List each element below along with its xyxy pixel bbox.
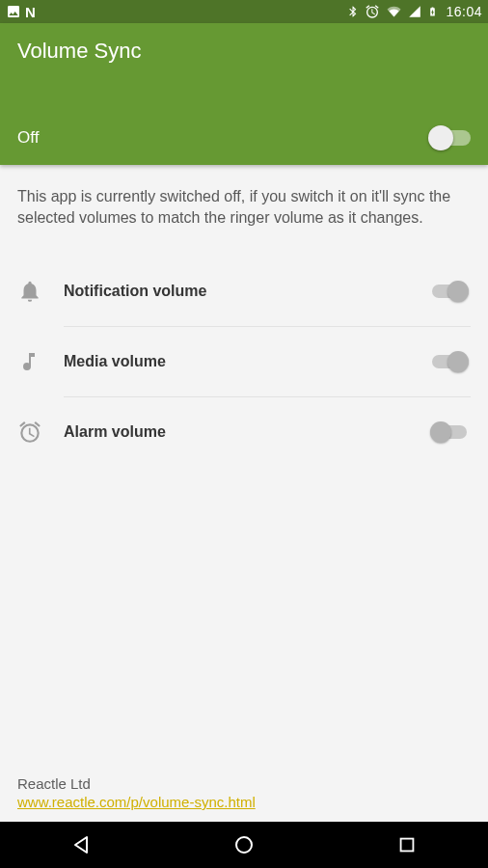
android-navbar <box>0 822 488 868</box>
notification-toggle[interactable] <box>432 285 467 298</box>
setting-notification[interactable]: Notification volume <box>17 257 471 326</box>
nav-back-button[interactable] <box>42 833 120 856</box>
app-header: Volume Sync Off <box>0 23 488 165</box>
music-note-icon <box>17 350 64 373</box>
bluetooth-icon <box>346 5 359 18</box>
alarm-toggle[interactable] <box>432 425 467 439</box>
description-text: This app is currently switched off, if y… <box>17 186 471 228</box>
status-bar: N 16:04 <box>0 0 488 23</box>
footer-link[interactable]: www.reactle.com/p/volume-sync.html <box>17 794 256 810</box>
main-toggle[interactable] <box>430 130 471 146</box>
wifi-icon <box>386 5 402 18</box>
setting-label: Notification volume <box>64 283 432 300</box>
setting-media[interactable]: Media volume <box>17 327 471 396</box>
bell-icon <box>17 279 64 304</box>
setting-label: Media volume <box>64 353 432 370</box>
battery-charging-icon <box>427 4 438 19</box>
status-time: 16:04 <box>446 4 482 19</box>
svg-rect-1 <box>400 839 413 852</box>
nav-recent-button[interactable] <box>368 834 446 855</box>
app-title: Volume Sync <box>17 39 471 64</box>
signal-icon <box>408 5 421 18</box>
media-toggle[interactable] <box>432 355 467 368</box>
svg-point-0 <box>236 837 252 853</box>
footer-company: Reactle Ltd <box>17 775 256 792</box>
nav-home-button[interactable] <box>205 833 283 856</box>
main-state-label: Off <box>17 128 39 148</box>
alarm-icon <box>365 4 380 19</box>
footer: Reactle Ltd www.reactle.com/p/volume-syn… <box>17 775 256 810</box>
n-icon: N <box>25 4 36 20</box>
setting-label: Alarm volume <box>64 423 432 441</box>
setting-alarm[interactable]: Alarm volume <box>17 397 471 467</box>
image-icon <box>6 4 21 19</box>
alarm-clock-icon <box>17 420 64 445</box>
content-area: This app is currently switched off, if y… <box>0 165 488 467</box>
